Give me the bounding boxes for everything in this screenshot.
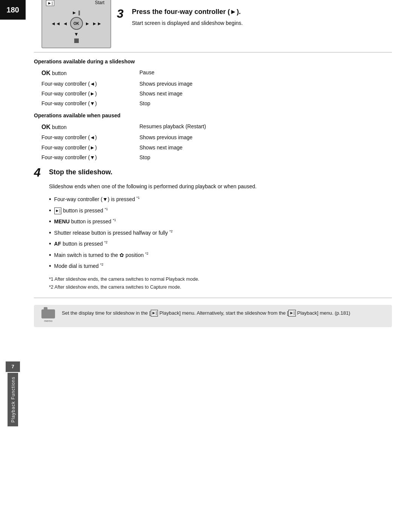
playback-icon: ►|	[54, 208, 62, 214]
step3-content: Press the four-way controller (►). Start…	[132, 8, 392, 29]
stop-conditions-list: • Four-way controller (▼) is pressed *1 …	[49, 194, 392, 272]
bullet-icon: •	[49, 194, 51, 204]
bullet-text: AF button is pressed *2	[54, 240, 108, 248]
camera-screen: ►| Start ► ‖ ◄◄ ◄ OK ► ►► ▼	[41, 0, 111, 48]
bullet-icon: •	[49, 217, 51, 226]
cam-rewind-icon: ◄◄	[51, 21, 61, 26]
bullet-icon: •	[49, 206, 51, 215]
table-row: Four-way controller (►) Shows next image	[34, 143, 392, 152]
bullet-text: Four-way controller (▼) is pressed *1	[54, 195, 140, 203]
ops-left: Four-way controller (▼)	[34, 98, 139, 108]
list-item: • AF button is pressed *2	[49, 238, 392, 249]
table-row: Four-way controller (▼) Stop	[34, 152, 392, 162]
ops-right: Shows next image	[139, 143, 392, 152]
playback-icon-memo: ►|	[151, 310, 158, 316]
step3-section: ►| Start ► ‖ ◄◄ ◄ OK ► ►► ▼ 3	[34, 8, 392, 52]
memo-box: memo Set the display time for slideshow …	[34, 305, 392, 327]
list-item: • Main switch is turned to the ✿ positio…	[49, 249, 392, 261]
ops-left: OK button	[34, 121, 139, 133]
list-item: • Mode dial is turned *2	[49, 260, 392, 272]
bullet-text: ►| button is pressed *1	[54, 206, 108, 215]
cam-ok-button: OK	[70, 17, 83, 30]
ops-right: Shows next image	[139, 89, 392, 98]
ops-left: Four-way controller (◄)	[34, 132, 139, 142]
ops-slideshow-heading: Operations available during a slideshow	[34, 58, 392, 65]
table-row: OK button Pause	[34, 68, 392, 79]
bullet-text: Shutter release button is pressed halfwa…	[54, 229, 173, 237]
memo-camera-icon	[41, 309, 55, 318]
list-item: • Four-way controller (▼) is pressed *1	[49, 194, 392, 205]
ops-left: Four-way controller (▼)	[34, 152, 139, 162]
cam-left-icon: ◄	[63, 21, 68, 26]
bullet-icon: •	[49, 250, 51, 260]
memo-label: memo	[44, 319, 52, 323]
memo-icon-area: memo	[40, 309, 57, 323]
table-row: Four-way controller (►) Shows next image	[34, 89, 392, 98]
menu-label: MENU	[54, 218, 70, 224]
step3-description: Start screen is displayed and slideshow …	[132, 19, 392, 27]
ops-left: Four-way controller (◄)	[34, 79, 139, 89]
footnote-2: *2 After slideshow ends, the camera swit…	[49, 283, 392, 291]
cam-down-icon: ▼	[74, 31, 79, 37]
sidebar-chapter-number: 7	[6, 361, 20, 372]
bullet-icon: •	[49, 228, 51, 238]
table-row: OK button Resumes playback (Restart)	[34, 121, 392, 133]
main-content: ►| Start ► ‖ ◄◄ ◄ OK ► ►► ▼ 3	[34, 0, 392, 327]
ops-paused-table: OK button Resumes playback (Restart) Fou…	[34, 121, 392, 163]
ok-label: OK	[41, 124, 50, 130]
cam-stop-icon	[74, 38, 79, 43]
step4-description: Slideshow ends when one of the following…	[49, 183, 392, 191]
step3-number: 3	[117, 8, 127, 20]
list-item: • ►| button is pressed *1	[49, 205, 392, 216]
cam-play-pause-row: ► ‖	[47, 10, 105, 15]
ops-slideshow-section: Operations available during a slideshow …	[34, 58, 392, 163]
sidebar: 180 7 Playback Functions	[0, 0, 26, 532]
cam-stop-row	[47, 38, 105, 43]
table-row: Four-way controller (▼) Stop	[34, 98, 392, 108]
sidebar-tab: 7 Playback Functions	[0, 361, 26, 426]
ops-slideshow-table: OK button Pause Four-way controller (◄) …	[34, 68, 392, 109]
af-label: AF	[54, 241, 61, 247]
ops-left: Four-way controller (►)	[34, 143, 139, 152]
footnotes: *1 After slideshow ends, the camera swit…	[49, 275, 392, 292]
ops-right: Resumes playback (Restart)	[139, 121, 392, 133]
bullet-text: Main switch is turned to the ✿ position …	[54, 251, 148, 259]
table-row: Four-way controller (◄) Shows previous i…	[34, 132, 392, 142]
step3-title: Press the four-way controller (►).	[132, 8, 392, 16]
ops-paused-heading: Operations available when paused	[34, 112, 392, 118]
page-number: 180	[0, 0, 26, 20]
cam-playback-icon: ►|	[46, 0, 54, 6]
bullet-text: Mode dial is turned *2	[54, 262, 104, 270]
step4-section: 4 Stop the slideshow. Slideshow ends whe…	[34, 166, 392, 298]
ops-left: OK button	[34, 68, 139, 79]
sidebar-chapter-label: Playback Functions	[8, 373, 18, 426]
table-row: Four-way controller (◄) Shows previous i…	[34, 79, 392, 89]
list-item: • Shutter release button is pressed half…	[49, 227, 392, 238]
ops-right: Stop	[139, 152, 392, 162]
cam-right-icon: ►	[85, 21, 90, 26]
ops-right: Shows previous image	[139, 132, 392, 142]
cam-start-label: Start	[95, 0, 104, 5]
step4-number: 4	[34, 166, 44, 178]
ops-right: Stop	[139, 98, 392, 108]
cam-ff-icon: ►►	[92, 21, 102, 26]
ops-right: Pause	[139, 68, 392, 79]
ops-right: Shows previous image	[139, 79, 392, 89]
memo-text: Set the display time for slideshow in th…	[62, 309, 350, 317]
ok-label: OK	[41, 70, 50, 76]
step4-header: 4 Stop the slideshow.	[34, 166, 392, 180]
playback-icon-memo2: ►|	[288, 310, 296, 316]
list-item: • MENU button is pressed *1	[49, 216, 392, 227]
step4-content: Slideshow ends when one of the following…	[49, 183, 392, 292]
camera-diagram: ►| Start ► ‖ ◄◄ ◄ OK ► ►► ▼	[41, 0, 117, 48]
bullet-text: MENU button is pressed *1	[54, 217, 116, 226]
bullet-icon: •	[49, 261, 51, 271]
step4-title: Stop the slideshow.	[49, 166, 112, 177]
ops-left: Four-way controller (►)	[34, 89, 139, 98]
footnote-1: *1 After slideshow ends, the camera swit…	[49, 275, 392, 283]
bullet-icon: •	[49, 239, 51, 249]
